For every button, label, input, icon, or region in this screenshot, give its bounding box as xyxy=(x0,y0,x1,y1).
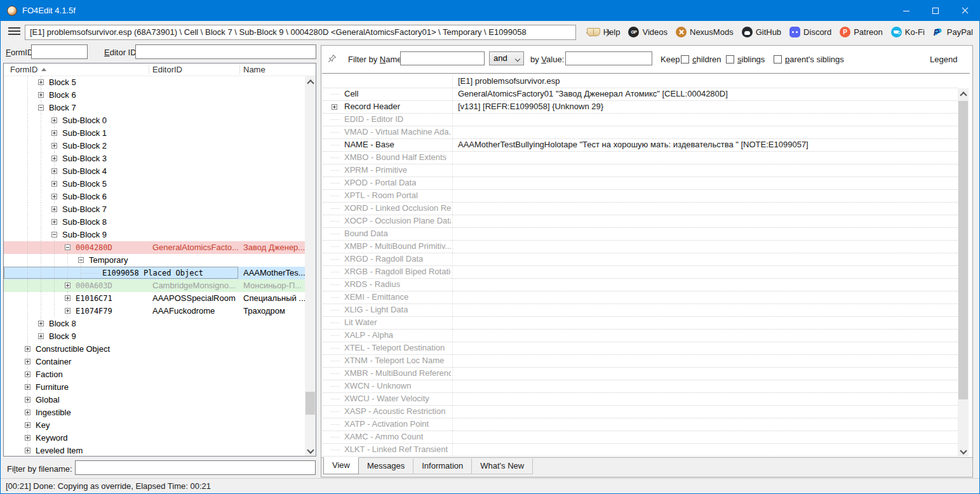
tree-row[interactable]: Constructible Object xyxy=(4,343,305,356)
tree-row[interactable]: Sub-Block 4 xyxy=(4,165,305,178)
editorid-input[interactable] xyxy=(135,44,316,59)
record-field-row[interactable]: XWCN - Unknown xyxy=(323,380,958,393)
expand-icon[interactable] xyxy=(332,104,337,110)
record-field-row[interactable]: Bound Data xyxy=(323,228,958,241)
expand-icon[interactable] xyxy=(65,308,70,314)
toolbar-link-github[interactable]: GitHub xyxy=(742,27,781,37)
tab-what-s-new[interactable]: What's New xyxy=(471,458,533,474)
maximize-button[interactable] xyxy=(921,1,950,21)
formid-input[interactable] xyxy=(31,44,88,59)
tab-information[interactable]: Information xyxy=(413,458,472,474)
tree-row[interactable]: Sub-Block 0 xyxy=(4,114,305,127)
tree-row[interactable]: E1074F79AAAFuckodromeТраходром xyxy=(4,305,305,317)
expand-icon[interactable] xyxy=(51,130,57,136)
menu-icon[interactable] xyxy=(8,27,20,36)
record-field-row[interactable]: XWCU - Water Velocity xyxy=(323,393,958,406)
tree-row[interactable]: Container xyxy=(4,356,305,368)
tree-row[interactable]: Block 5 xyxy=(4,76,305,89)
expand-icon[interactable] xyxy=(65,283,70,288)
scroll-up-icon[interactable] xyxy=(305,76,316,87)
record-field-row[interactable]: XRDS - Radius xyxy=(323,279,958,291)
toolbar-link-paypal[interactable]: PayPal xyxy=(933,27,973,37)
record-field-row[interactable]: XEMI - Emittance xyxy=(323,291,958,304)
toolbar-link-videos[interactable]: Videos xyxy=(628,27,668,37)
tree-row[interactable]: Faction xyxy=(4,368,305,381)
tree-row[interactable]: 0004280DGeneralAtomicsFacto...Завод Джен… xyxy=(4,241,305,254)
tree-row[interactable]: Key xyxy=(4,419,305,432)
expand-icon[interactable] xyxy=(38,321,44,326)
keep-children-checkbox[interactable] xyxy=(681,55,689,63)
record-field-row[interactable]: XMBO - Bound Half Extents xyxy=(323,152,958,164)
tree-row[interactable]: Block 6 xyxy=(4,89,305,102)
record-field-row[interactable]: Lit Water xyxy=(323,317,958,330)
record-field-row[interactable]: XPRM - Primitive xyxy=(323,164,958,177)
expand-icon[interactable] xyxy=(51,168,57,174)
tree-row[interactable]: Sub-Block 9 xyxy=(4,229,305,241)
filter-operator-select[interactable]: and xyxy=(489,51,524,65)
tab-view[interactable]: View xyxy=(323,457,359,474)
record-field-row[interactable]: XORD - Linked Occlusion Ref... xyxy=(323,203,958,215)
tree-row[interactable]: Sub-Block 3 xyxy=(4,152,305,165)
minimize-button[interactable] xyxy=(892,1,921,21)
filter-name-input[interactable] xyxy=(400,51,485,65)
scroll-up-icon[interactable] xyxy=(958,88,969,99)
tree-row[interactable]: Sub-Block 1 xyxy=(4,127,305,140)
record-field-row[interactable]: XMBR - MultiBound Reference xyxy=(323,368,958,380)
toolbar-link-help[interactable]: Help xyxy=(587,27,621,37)
plugin-header-row[interactable]: [E1] problemsofsurvivor.esp xyxy=(323,76,958,88)
tree-row[interactable]: Keyword xyxy=(4,432,305,444)
expand-icon[interactable] xyxy=(51,194,57,199)
column-header-formid[interactable]: FormID xyxy=(10,63,46,76)
expand-icon[interactable] xyxy=(25,397,30,403)
record-field-row[interactable]: XAMC - Ammo Count xyxy=(323,431,958,444)
expand-icon[interactable] xyxy=(38,333,44,339)
filter-value-input[interactable] xyxy=(565,51,652,65)
column-divider[interactable] xyxy=(149,65,149,74)
tree-row[interactable]: Sub-Block 6 xyxy=(4,190,305,203)
toolbar-link-discord[interactable]: Discord xyxy=(789,27,831,37)
record-field-row[interactable]: XASP - Acoustic Restriction xyxy=(323,406,958,418)
keep-parents-siblings-checkbox[interactable] xyxy=(774,55,782,63)
tree-row[interactable]: E1016C71AAAPOSSpecialRoomСпециальный ... xyxy=(4,292,305,305)
tree-row[interactable]: Block 9 xyxy=(4,330,305,343)
tree-row[interactable]: Global xyxy=(4,394,305,406)
column-divider[interactable] xyxy=(239,65,240,74)
column-header-name[interactable]: Name xyxy=(243,63,265,76)
record-field-row[interactable]: XALP - Alpha xyxy=(323,330,958,342)
record-field-row[interactable]: XPOD - Portal Data xyxy=(323,177,958,190)
expand-icon[interactable] xyxy=(65,295,70,301)
toolbar-link-patreon[interactable]: Patreon xyxy=(840,27,883,37)
record-field-row[interactable]: XLIG - Light Data xyxy=(323,304,958,317)
close-button[interactable] xyxy=(950,1,979,21)
collapse-icon[interactable] xyxy=(51,232,57,237)
expand-icon[interactable] xyxy=(38,79,44,85)
record-field-row[interactable]: XLKT - Linked Ref Transient xyxy=(323,444,958,457)
expand-icon[interactable] xyxy=(51,117,57,123)
column-header-editorid[interactable]: EditorID xyxy=(152,63,182,76)
tree-row[interactable]: Sub-Block 5 xyxy=(4,178,305,190)
record-field-row[interactable]: XOCP - Occlusion Plane Data xyxy=(323,215,958,228)
legend-link[interactable]: Legend xyxy=(930,55,957,64)
collapse-icon[interactable] xyxy=(78,257,84,263)
scroll-down-icon[interactable] xyxy=(305,445,316,456)
tree-row[interactable]: Sub-Block 7 xyxy=(4,203,305,216)
collapse-icon[interactable] xyxy=(38,105,44,110)
filename-filter-input[interactable] xyxy=(75,460,316,475)
expand-icon[interactable] xyxy=(51,156,57,161)
tree-row[interactable]: Temporary xyxy=(4,254,305,267)
expand-icon[interactable] xyxy=(51,206,57,212)
expand-icon[interactable] xyxy=(25,448,30,453)
pin-icon[interactable] xyxy=(328,54,337,65)
expand-icon[interactable] xyxy=(38,92,44,98)
scrollbar-thumb[interactable] xyxy=(305,392,315,415)
tree-row[interactable]: Ingestible xyxy=(4,406,305,419)
breadcrumb[interactable]: [E1] problemsofsurvivor.esp (68A73901) \… xyxy=(25,25,576,40)
tree-scrollbar[interactable] xyxy=(305,76,316,456)
tree-row[interactable]: Sub-Block 8 xyxy=(4,216,305,229)
record-field-row[interactable]: NAME - BaseAAAMotherTestBullyingHolotape… xyxy=(323,139,958,152)
tree-row[interactable]: Sub-Block 2 xyxy=(4,140,305,152)
tree-row[interactable]: Block 7 xyxy=(4,102,305,114)
tree-row[interactable]: Block 8 xyxy=(4,317,305,330)
collapse-icon[interactable] xyxy=(65,244,70,250)
tab-messages[interactable]: Messages xyxy=(358,458,413,474)
